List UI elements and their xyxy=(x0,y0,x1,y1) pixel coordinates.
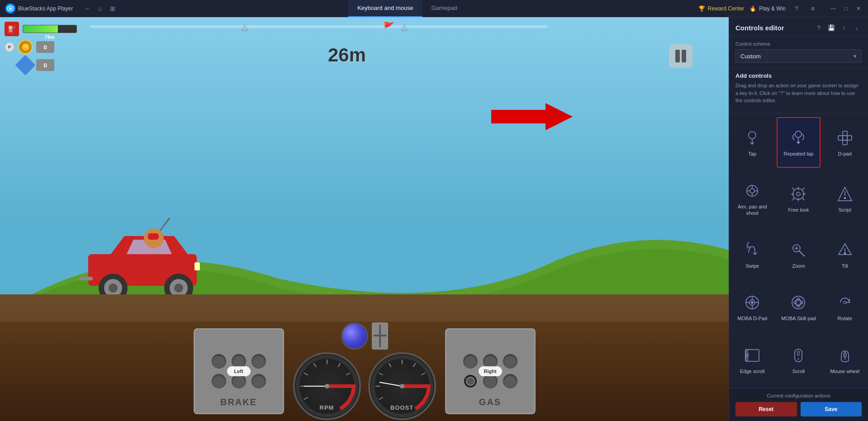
home-button[interactable]: ⌂ xyxy=(95,3,105,14)
multiwindow-button[interactable]: ⊞ xyxy=(107,3,118,14)
menu-button[interactable]: ≡ xyxy=(807,3,818,14)
brake-hole-3 xyxy=(251,354,266,369)
svg-rect-92 xyxy=(797,351,799,355)
gas-label: GAS xyxy=(479,397,501,407)
gem-counter: 0 xyxy=(36,59,54,71)
bottom-actions: Current configuration actions Reset Save xyxy=(729,388,868,421)
script-label: Script xyxy=(839,207,851,213)
edge-scroll-label: Edge scroll xyxy=(740,368,764,374)
reward-center-btn[interactable]: 🏆 Reward Center xyxy=(698,5,745,12)
control-dpad[interactable]: D-pad xyxy=(823,117,867,168)
svg-line-67 xyxy=(747,242,749,246)
maximize-button[interactable]: □ xyxy=(840,3,852,14)
svg-point-66 xyxy=(844,198,845,199)
free-look-label: Free look xyxy=(788,207,809,213)
control-tap[interactable]: Tap xyxy=(730,117,774,168)
brake-panel[interactable]: Left BRAKE xyxy=(194,328,284,414)
controls-help-button[interactable]: ? xyxy=(814,23,824,33)
edge-scroll-icon xyxy=(742,345,762,365)
controls-save-icon-btn[interactable]: 💾 xyxy=(826,23,836,33)
add-controls-desc: Drag and drop an action on your game scr… xyxy=(735,82,862,104)
scheme-select-wrapper: Custom xyxy=(735,49,862,63)
svg-rect-44 xyxy=(843,140,847,145)
gas-hole-3 xyxy=(503,354,517,369)
progress-marker-2: △ xyxy=(401,22,408,32)
control-swipe[interactable]: Swipe xyxy=(730,230,774,279)
svg-point-8 xyxy=(174,284,183,293)
save-button[interactable]: Save xyxy=(801,402,862,416)
control-moba-dpad[interactable]: MOBA D-Pad xyxy=(730,282,774,332)
gear-indicator xyxy=(372,322,388,350)
progress-marker-1: △ xyxy=(242,22,248,32)
ball-indicator xyxy=(341,322,368,350)
svg-line-61 xyxy=(802,198,805,200)
boost-gauge: BOOST xyxy=(368,352,436,420)
svg-line-22 xyxy=(313,363,316,367)
scheme-select[interactable]: Custom xyxy=(735,49,862,63)
nav-buttons: ← ⌂ ⊞ xyxy=(78,3,122,14)
rpm-gauge: RPM xyxy=(293,352,361,420)
control-tilt[interactable]: Tilt xyxy=(823,230,867,279)
svg-line-31 xyxy=(379,373,383,375)
moba-skill-label: MOBA Skill pad xyxy=(781,315,816,322)
progress-bar-track xyxy=(90,25,548,28)
gas-hole-6 xyxy=(503,374,517,388)
pause-line-2 xyxy=(682,50,686,62)
scheme-label: Control scheme xyxy=(735,41,862,47)
control-scroll[interactable]: Scroll xyxy=(777,335,820,385)
svg-line-36 xyxy=(379,382,402,386)
control-zoom[interactable]: Zoom xyxy=(777,230,820,279)
help-button[interactable]: ? xyxy=(791,3,802,14)
brake-hole-1 xyxy=(212,354,226,369)
topbar: BlueStacks App Player ← ⌂ ⊞ Keyboard and… xyxy=(0,0,868,17)
gas-panel[interactable]: Right GAS xyxy=(445,328,536,414)
pause-button[interactable] xyxy=(669,44,693,68)
svg-point-38 xyxy=(749,132,756,139)
fuel-hud-item: ⛽ 79m xyxy=(5,22,77,36)
minimize-button[interactable]: — xyxy=(827,3,839,14)
control-rotate[interactable]: Rotate xyxy=(823,282,867,332)
controls-panel: Controls editor ? 💾 ↑ ↓ Control scheme C… xyxy=(729,17,868,421)
tab-keyboard-mouse[interactable]: Keyboard and mouse xyxy=(348,0,422,17)
trophy-icon: 🏆 xyxy=(698,5,705,12)
controls-upload-btn[interactable]: ↑ xyxy=(839,23,849,33)
control-moba-skill-pad[interactable]: MOBA Skill pad xyxy=(777,282,820,332)
rotate-label: Rotate xyxy=(838,315,852,322)
close-button[interactable]: ✕ xyxy=(853,3,864,14)
moba-dpad-label: MOBA D-Pad xyxy=(737,315,767,322)
fire-icon: 🔥 xyxy=(749,5,756,12)
svg-point-42 xyxy=(797,142,799,143)
control-script[interactable]: Script xyxy=(823,170,867,227)
control-free-look[interactable]: Free look xyxy=(777,170,820,227)
control-mouse-wheel[interactable]: Mouse wheel xyxy=(823,335,867,385)
fuel-icon: ⛽ xyxy=(5,22,19,36)
reset-button[interactable]: Reset xyxy=(735,402,797,416)
swipe-icon xyxy=(742,240,762,260)
script-icon xyxy=(835,184,855,204)
svg-point-27 xyxy=(325,384,329,388)
coin-counter: 0 xyxy=(36,41,54,53)
svg-line-19 xyxy=(304,397,308,400)
current-config-label: Current configuration actions xyxy=(735,393,862,398)
svg-line-60 xyxy=(792,188,794,190)
svg-rect-11 xyxy=(148,233,159,240)
fuel-fill xyxy=(23,25,58,33)
svg-point-5 xyxy=(109,284,118,293)
svg-rect-45 xyxy=(838,136,843,140)
control-repeated-tap[interactable]: Repeated tap xyxy=(777,117,820,168)
back-button[interactable]: ← xyxy=(82,3,93,14)
controls-grid: Tap Repeated tap xyxy=(729,114,868,388)
dashboard: Left BRAKE xyxy=(0,322,729,421)
play-win-btn[interactable]: 🔥 Play & Win xyxy=(749,5,786,12)
coin-hud-item: P 🪙 0 xyxy=(5,40,77,54)
window-controls: — □ ✕ xyxy=(824,3,868,14)
action-buttons: Reset Save xyxy=(735,402,862,416)
controls-download-btn[interactable]: ↓ xyxy=(852,23,862,33)
svg-marker-14 xyxy=(491,103,573,130)
tab-gamepad[interactable]: Gamepad xyxy=(422,0,466,17)
control-edge-scroll[interactable]: Edge scroll xyxy=(730,335,774,385)
mouse-wheel-icon xyxy=(835,345,855,365)
zoom-label: Zoom xyxy=(792,263,805,269)
free-look-icon xyxy=(788,184,808,204)
control-aim-pan-shoot[interactable]: Aim, pan and shoot xyxy=(730,170,774,227)
